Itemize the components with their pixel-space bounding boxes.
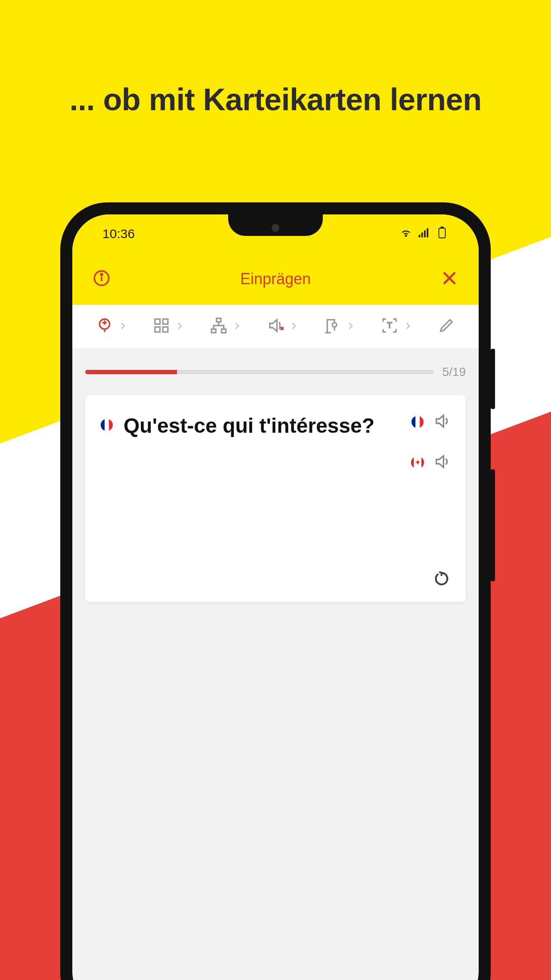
phone-side-button-1 — [491, 349, 495, 409]
signal-icon — [418, 226, 430, 242]
progress-label: 5/19 — [443, 365, 466, 379]
activity-tree-icon[interactable] — [210, 317, 227, 336]
card-question-text: Qu'est-ce qui t'intéresse? — [124, 412, 392, 439]
wifi-icon — [399, 226, 412, 242]
phone-side-button-2 — [491, 469, 495, 581]
activity-scan-text-icon[interactable] — [381, 317, 398, 336]
svg-rect-13 — [155, 319, 160, 324]
flashcard[interactable]: Qu'est-ce qui t'intéresse? — [85, 395, 466, 602]
svg-point-9 — [101, 274, 102, 276]
progress-bar — [85, 370, 434, 374]
speaker-icon[interactable] — [433, 412, 451, 431]
svg-rect-4 — [427, 228, 428, 237]
chevron-right-icon — [176, 320, 184, 332]
svg-rect-5 — [439, 228, 446, 238]
status-time: 10:36 — [102, 226, 135, 241]
battery-icon — [436, 226, 449, 242]
headline-text: ... ob mit Karteikarten lernen — [0, 82, 551, 117]
chevron-right-icon — [347, 320, 355, 332]
activity-hangman-icon[interactable] — [324, 317, 341, 336]
svg-rect-2 — [421, 233, 423, 237]
svg-point-20 — [332, 323, 337, 327]
chevron-right-icon — [233, 320, 241, 332]
status-icons — [399, 226, 449, 242]
svg-rect-3 — [424, 230, 426, 237]
phone-frame: 10:36 Einprägen — [60, 202, 491, 980]
info-icon[interactable] — [90, 270, 114, 288]
chevron-right-icon — [404, 320, 412, 332]
chevron-right-icon — [119, 320, 127, 332]
svg-rect-1 — [419, 235, 421, 237]
flip-card-icon[interactable] — [433, 570, 451, 589]
phone-screen: 10:36 Einprägen — [72, 214, 479, 980]
flag-canada-icon: ✦ — [411, 456, 424, 469]
chevron-right-icon — [290, 320, 298, 332]
progress-fill — [85, 370, 177, 374]
speaker-icon[interactable] — [433, 453, 451, 472]
flag-france-icon — [411, 416, 424, 428]
close-icon[interactable] — [437, 270, 461, 288]
svg-rect-14 — [163, 319, 168, 324]
svg-rect-15 — [155, 327, 160, 332]
progress-row: 5/19 — [72, 348, 479, 390]
svg-rect-17 — [217, 318, 221, 322]
flag-france-icon — [100, 419, 113, 431]
svg-rect-18 — [211, 329, 216, 332]
svg-rect-19 — [221, 329, 226, 332]
svg-point-0 — [406, 235, 407, 236]
svg-rect-16 — [163, 327, 168, 332]
title-bar: Einprägen — [72, 253, 479, 305]
activity-audio-icon[interactable] — [267, 317, 284, 336]
activity-write-icon[interactable] — [438, 317, 455, 336]
phone-notch — [228, 214, 323, 236]
activity-grid-icon[interactable] — [153, 317, 170, 336]
activity-memorize-icon[interactable] — [96, 317, 113, 336]
svg-rect-6 — [440, 226, 444, 228]
page-title: Einprägen — [114, 270, 437, 288]
activity-bar — [72, 305, 479, 348]
